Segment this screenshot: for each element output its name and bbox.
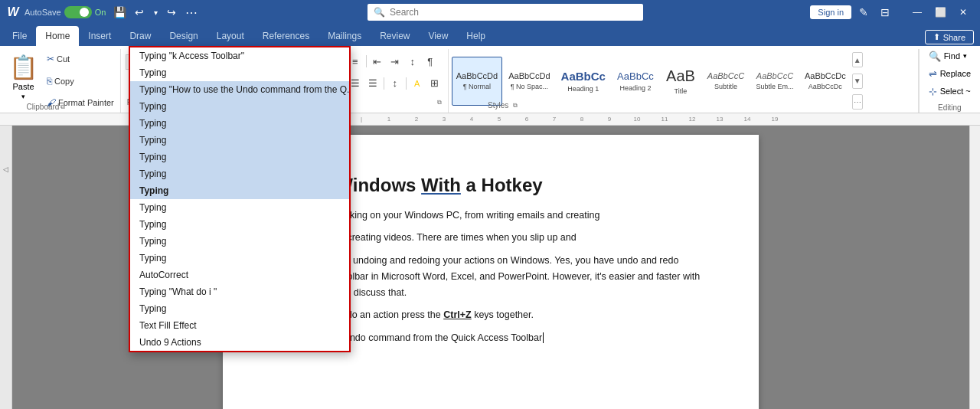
styles-expand-icon[interactable]: ⋯ [852, 94, 863, 110]
find-icon: 🔍 [929, 51, 941, 62]
sort-button[interactable]: ↕ [404, 53, 421, 70]
tab-mailings[interactable]: Mailings [318, 26, 371, 46]
show-marks-button[interactable]: ¶ [422, 53, 439, 70]
autosave-label: AutoSave [24, 8, 61, 17]
search-bar[interactable]: 🔍 [368, 4, 643, 21]
find-arrow: ▾ [963, 52, 967, 60]
left-margin-marker: ◁ [0, 164, 11, 175]
clipboard-expand-icon[interactable]: ⧉ [60, 103, 65, 111]
undo-item-9[interactable]: Typing [130, 199, 349, 216]
title-bar-right: Sign in ✎ ⊟ [810, 3, 894, 21]
tab-design[interactable]: Design [160, 26, 207, 46]
save-icon[interactable]: 💾 [110, 3, 129, 21]
undo-item-what-do-i[interactable]: Typing "What do i " [130, 283, 349, 300]
undo-dropdown-arrow[interactable]: ▾ [150, 3, 161, 21]
undo-item-12[interactable]: Typing [130, 250, 349, 267]
autosave-toggle[interactable] [64, 6, 92, 18]
paragraph-expand-icon[interactable]: ⧉ [437, 99, 442, 106]
decrease-indent-button[interactable]: ⇤ [369, 53, 386, 70]
style-normal[interactable]: AaBbCcDd ¶ Normal [452, 57, 502, 106]
copy-button[interactable]: ⎘ Copy [44, 74, 117, 88]
paste-arrow: ▾ [21, 93, 25, 100]
style-normal-preview: AaBbCcDd [456, 71, 498, 80]
tab-file[interactable]: File [3, 26, 36, 46]
tab-draw[interactable]: Draw [120, 26, 160, 46]
tab-review[interactable]: Review [371, 26, 419, 46]
undo-item-1[interactable]: Typing [130, 64, 349, 81]
undo-item-8[interactable]: Typing [130, 182, 349, 199]
style-subtle-em-label: Subtle Em... [756, 83, 793, 90]
style-no-spacing[interactable]: AaBbCcDd ¶ No Spac... [504, 57, 554, 106]
undo-item-6[interactable]: Typing [130, 149, 349, 165]
style-subtle-em[interactable]: AaBbCcC Subtle Em... [751, 57, 799, 106]
shading-button[interactable]: A [409, 75, 426, 92]
tab-home[interactable]: Home [36, 26, 79, 46]
undo-9-actions[interactable]: Undo 9 Actions [130, 334, 349, 351]
undo-item-5[interactable]: Typing [130, 132, 349, 149]
style-subtitle[interactable]: AaBbCcC Subtitle [702, 57, 750, 106]
undo-item-2[interactable]: Typing "How to use the Undo command from… [130, 81, 349, 98]
style-heading2[interactable]: AaBbCc Heading 2 [612, 57, 659, 106]
tab-insert[interactable]: Insert [79, 26, 120, 46]
undo-item-autocorrect[interactable]: AutoCorrect [130, 267, 349, 283]
styles-scroll-up[interactable]: ▲ [852, 52, 863, 67]
divider3 [384, 77, 384, 90]
styles-scroll-down[interactable]: ▼ [852, 74, 863, 89]
undo-item-7[interactable]: Typing [130, 165, 349, 182]
hotkey-ctrl-z: Ctrl+Z [443, 309, 471, 320]
style-aabbccdc[interactable]: AaBbCcDc AaBbCcDc [800, 57, 851, 106]
window-controls: — ⬜ ✕ [906, 3, 974, 21]
sign-in-button[interactable]: Sign in [810, 5, 851, 19]
undo-item-3[interactable]: Typing [130, 98, 349, 115]
right-scrollbar[interactable] [969, 126, 980, 409]
minimize-button[interactable]: — [906, 3, 928, 21]
style-aabbccdc-label: AaBbCcDc [808, 83, 842, 90]
underline-word: With [421, 175, 461, 195]
tab-references[interactable]: References [253, 26, 318, 46]
clipboard-label: Clipboard ⧉ [0, 101, 92, 113]
ink-editor-icon[interactable]: ✎ [854, 3, 873, 21]
cut-button[interactable]: ✂ Cut [44, 52, 117, 66]
close-button[interactable]: ✕ [952, 3, 974, 21]
style-heading1-label: Heading 1 [567, 85, 599, 93]
undo-item-10[interactable]: Typing [130, 216, 349, 233]
undo-item-4[interactable]: Typing [130, 115, 349, 132]
borders-button[interactable]: ⊞ [426, 75, 443, 92]
style-title-preview: AaB [666, 67, 695, 85]
undo-icon[interactable]: ↩ [130, 3, 149, 21]
ribbon-display-icon[interactable]: ⊟ [876, 3, 894, 21]
select-button[interactable]: ⊹ Select ~ [926, 84, 974, 99]
style-aabbccdc-preview: AaBbCcDc [805, 71, 846, 80]
share-button[interactable]: ⬆ Share [925, 30, 974, 44]
style-subtitle-preview: AaBbCcC [707, 71, 744, 80]
undo-item-text-fill[interactable]: Text Fill Effect [130, 317, 349, 334]
search-icon: 🔍 [374, 7, 385, 18]
maximize-button[interactable]: ⬜ [929, 3, 951, 21]
undo-item-typing-2[interactable]: Typing [130, 300, 349, 317]
tab-layout[interactable]: Layout [207, 26, 253, 46]
style-heading1-preview: AaBbCc [561, 70, 606, 83]
style-heading1[interactable]: AaBbCc Heading 1 [557, 57, 610, 106]
style-heading2-label: Heading 2 [619, 84, 651, 92]
share-icon: ⬆ [933, 32, 940, 42]
style-subtitle-label: Subtitle [714, 83, 737, 90]
paste-label: Paste [12, 82, 34, 91]
undo-item-11[interactable]: Typing [130, 233, 349, 250]
styles-scroll-arrows: ▲ ▼ ⋯ [852, 51, 863, 111]
line-spacing-button[interactable]: ↕ [387, 75, 403, 92]
tab-view[interactable]: View [420, 26, 458, 46]
style-title[interactable]: AaB Title [661, 57, 701, 106]
divider4 [406, 77, 407, 90]
redo-icon[interactable]: ↪ [162, 3, 181, 21]
justify-button[interactable]: ☰ [364, 75, 381, 92]
increase-indent-button[interactable]: ⇥ [387, 53, 403, 70]
more-commands-icon[interactable]: ⋯ [182, 3, 201, 21]
search-input[interactable] [390, 7, 637, 18]
undo-item-0[interactable]: Typing "k Access Toolbar" [130, 47, 349, 64]
quick-access-icons: 💾 ↩ ▾ ↪ ⋯ [110, 3, 201, 21]
styles-expand-btn[interactable]: ⧉ [513, 102, 518, 110]
tab-help[interactable]: Help [457, 26, 495, 46]
replace-button[interactable]: ⇌ Replace [926, 67, 974, 81]
replace-icon: ⇌ [929, 68, 937, 80]
find-button[interactable]: 🔍 Find ▾ [926, 49, 974, 64]
